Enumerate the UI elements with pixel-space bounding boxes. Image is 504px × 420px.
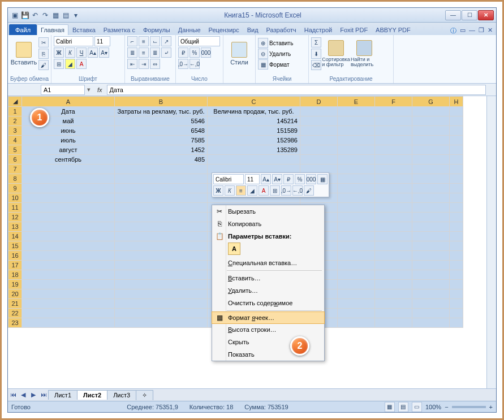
save-icon[interactable]: 💾 [20,11,29,20]
col-header[interactable]: F [375,97,412,107]
cell[interactable] [450,174,463,184]
col-header[interactable]: B [115,97,208,107]
doc-close-icon[interactable]: ✕ [488,27,493,35]
indent-dec-icon[interactable]: ⇤ [127,59,137,69]
undo-icon[interactable]: ↶ [31,11,40,20]
sheet-tab[interactable]: Лист3 [107,390,136,400]
cell[interactable] [338,232,375,241]
cell[interactable] [375,174,412,184]
cell[interactable] [22,299,115,309]
cell[interactable] [338,164,375,174]
cell[interactable] [412,193,450,203]
cell[interactable] [115,164,208,174]
cell[interactable] [338,213,375,222]
currency-icon[interactable]: ₽ [178,47,188,58]
cell[interactable] [412,289,450,299]
percent-icon[interactable]: % [189,47,200,58]
wrap-icon[interactable]: ⤶ [161,47,171,58]
row-header[interactable]: 14 [8,232,22,241]
ctx-copy[interactable]: ⎘Копировать [212,218,324,230]
zoom-level[interactable]: 100% [425,404,441,410]
cell[interactable] [412,270,450,280]
row-header[interactable]: 8 [8,174,22,184]
mini-fill-icon[interactable]: ◢ [247,185,257,196]
row-header[interactable]: 12 [8,213,22,222]
cell[interactable] [450,309,463,318]
italic-button[interactable]: К [65,47,75,58]
row-header[interactable]: 17 [8,261,22,270]
cell[interactable]: 1452 [115,145,208,155]
zoom-out-button[interactable]: − [445,404,448,410]
cell[interactable] [338,174,375,184]
cell[interactable] [375,241,412,251]
dec-decimal-icon[interactable]: ←,0 [189,59,200,69]
row-header[interactable]: 22 [8,309,22,318]
cells-delete-button[interactable]: ⊖Удалить [258,49,293,59]
cell[interactable]: июнь [22,126,115,136]
qat-dropdown-icon[interactable]: ▾ [71,11,80,20]
cell[interactable] [115,299,208,309]
cell[interactable] [450,232,463,241]
cell[interactable] [338,309,375,318]
row-header[interactable]: 6 [8,155,22,164]
comma-icon[interactable]: 000 [201,47,211,58]
cell[interactable] [338,241,375,251]
cell[interactable] [115,193,208,203]
cell[interactable] [115,261,208,270]
cell[interactable] [375,318,412,328]
row-header[interactable]: 9 [8,184,22,193]
cell[interactable] [412,203,450,213]
maximize-button[interactable]: ☐ [462,10,477,20]
view-pagebreak-icon[interactable]: ▭ [412,402,422,412]
ribbon-min-icon[interactable]: ▭ [460,27,466,35]
fill-color-icon[interactable]: ◢ [65,59,75,69]
cell[interactable] [338,193,375,203]
cell[interactable] [115,289,208,299]
cell[interactable] [412,299,450,309]
cell[interactable] [412,184,450,193]
cell[interactable] [375,289,412,299]
col-header[interactable]: G [412,97,450,107]
cell[interactable] [412,280,450,289]
align-top-icon[interactable]: ⌐ [127,36,137,46]
col-header[interactable]: C [208,97,300,107]
formula-input[interactable]: Дата [107,85,486,95]
cell[interactable] [115,203,208,213]
cell[interactable]: 485 [115,155,208,164]
cell[interactable] [450,193,463,203]
row-header[interactable]: 4 [8,136,22,145]
cell[interactable] [115,184,208,193]
cell[interactable] [412,174,450,184]
mini-bold-button[interactable]: Ж [213,185,223,196]
row-header[interactable]: 3 [8,126,22,136]
minimize-button[interactable]: — [445,10,461,20]
cell[interactable] [22,261,115,270]
ctx-cut[interactable]: ✂Вырезать [212,205,324,218]
row-header[interactable]: 20 [8,289,22,299]
clear-icon[interactable]: ⌫ [311,60,321,70]
cell[interactable] [450,251,463,261]
align-mid-icon[interactable]: ≡ [139,36,149,46]
mini-italic-button[interactable]: К [225,185,235,196]
orientation-icon[interactable]: ↗ [161,36,171,46]
cell[interactable]: июль [22,136,115,145]
cell[interactable] [22,289,115,299]
cell[interactable] [22,241,115,251]
mini-painter-icon[interactable]: 🖌 [304,185,314,196]
bold-button[interactable]: Ж [54,47,64,58]
cell[interactable] [450,164,463,174]
row-header[interactable]: 2 [8,116,22,126]
row-header[interactable]: 13 [8,222,22,232]
cell[interactable] [375,299,412,309]
tab-insert[interactable]: Вставка [68,24,100,35]
cell[interactable] [338,261,375,270]
row-header[interactable]: 5 [8,145,22,155]
ctx-row-height[interactable]: Высота строки… [212,323,324,336]
col-header[interactable]: A [22,97,115,107]
row-header[interactable]: 7 [8,164,22,174]
vertical-scrollbar[interactable] [486,96,496,388]
align-bot-icon[interactable]: ⌙ [150,36,160,46]
name-box-dropdown-icon[interactable]: ▾ [85,86,93,93]
row-header[interactable]: 11 [8,203,22,213]
sheet-tab[interactable]: Лист1 [48,390,77,400]
